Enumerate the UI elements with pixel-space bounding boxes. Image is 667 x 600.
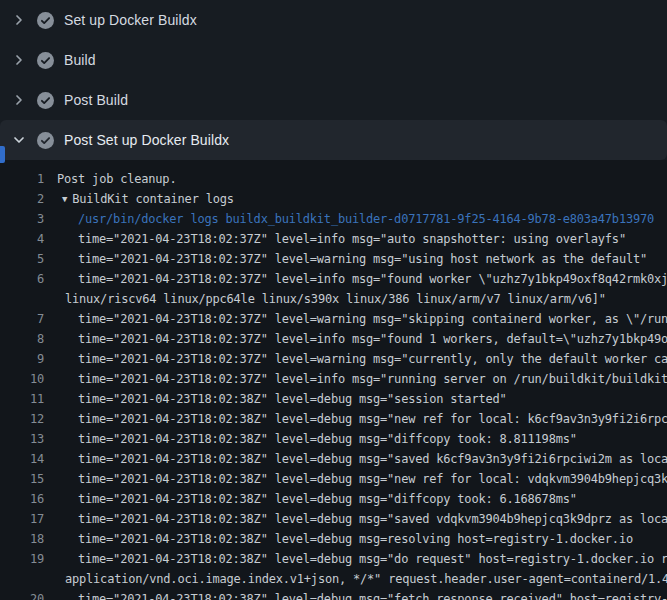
chevron-right-icon[interactable]	[11, 12, 27, 28]
log-line: 18time="2021-04-23T18:02:38Z" level=debu…	[0, 529, 667, 549]
log-line-text: Post job cleanup.	[44, 169, 176, 189]
log-line-number[interactable]: 20	[0, 589, 44, 600]
log-line: 9time="2021-04-23T18:02:37Z" level=warni…	[0, 349, 667, 369]
chevron-down-icon[interactable]	[11, 132, 27, 148]
log-line-text: time="2021-04-23T18:02:38Z" level=debug …	[44, 449, 667, 469]
log-line-number[interactable]: 13	[0, 429, 44, 449]
step-row-post-set-up-docker-buildx[interactable]: Post Set up Docker Buildx	[0, 120, 667, 160]
check-circle-icon	[37, 132, 54, 149]
log-line: 12time="2021-04-23T18:02:38Z" level=debu…	[0, 409, 667, 429]
log-line: application/vnd.oci.image.index.v1+json,…	[0, 569, 667, 589]
log-line: 13time="2021-04-23T18:02:38Z" level=debu…	[0, 429, 667, 449]
log-line-number[interactable]: 16	[0, 489, 44, 509]
log-line: 14time="2021-04-23T18:02:38Z" level=debu…	[0, 449, 667, 469]
log-line-number[interactable]: 14	[0, 449, 44, 469]
workflow-log-viewer: Set up Docker Buildx Build Post Build	[0, 0, 667, 600]
log-line-number[interactable]: 1	[0, 169, 44, 189]
log-command-text: /usr/bin/docker logs buildx_buildkit_bui…	[44, 209, 654, 229]
check-circle-icon	[37, 92, 54, 109]
scroll-position-indicator	[0, 146, 5, 163]
log-line-number[interactable]: 8	[0, 329, 44, 349]
step-label: Post Set up Docker Buildx	[64, 132, 229, 148]
log-line-number[interactable]: 5	[0, 249, 44, 269]
log-line-number[interactable]: 19	[0, 549, 44, 569]
log-line-text: ▼BuildKit container logs	[44, 189, 234, 209]
log-line: 6time="2021-04-23T18:02:37Z" level=info …	[0, 269, 667, 289]
log-line-text: time="2021-04-23T18:02:37Z" level=info m…	[44, 329, 667, 349]
log-line-text: time="2021-04-23T18:02:37Z" level=warnin…	[44, 249, 647, 269]
log-line-number[interactable]: 10	[0, 369, 44, 389]
log-line-text: time="2021-04-23T18:02:38Z" level=debug …	[44, 389, 507, 409]
log-line-text: time="2021-04-23T18:02:38Z" level=debug …	[44, 489, 577, 509]
check-circle-icon	[37, 52, 54, 69]
check-circle-icon	[37, 12, 54, 29]
log-line: 7time="2021-04-23T18:02:37Z" level=warni…	[0, 309, 667, 329]
log-line-text: time="2021-04-23T18:02:38Z" level=debug …	[44, 429, 577, 449]
log-line-text: application/vnd.oci.image.index.v1+json,…	[44, 569, 667, 589]
log-line-text: time="2021-04-23T18:02:38Z" level=debug …	[44, 509, 667, 529]
log-line-text: time="2021-04-23T18:02:37Z" level=info m…	[44, 229, 626, 249]
log-line-number	[0, 569, 44, 589]
step-row-build[interactable]: Build	[0, 40, 667, 80]
log-line-number[interactable]: 15	[0, 469, 44, 489]
log-line: 2▼BuildKit container logs	[0, 189, 667, 209]
log-line-number[interactable]: 6	[0, 269, 44, 289]
log-line: 8time="2021-04-23T18:02:37Z" level=info …	[0, 329, 667, 349]
step-label: Build	[64, 52, 96, 68]
log-line-number[interactable]: 18	[0, 529, 44, 549]
log-line-text: time="2021-04-23T18:02:38Z" level=debug …	[44, 589, 667, 600]
log-line-number[interactable]: 4	[0, 229, 44, 249]
chevron-right-icon[interactable]	[11, 52, 27, 68]
step-label: Post Build	[64, 92, 128, 108]
log-line-number[interactable]: 12	[0, 409, 44, 429]
log-line-text: time="2021-04-23T18:02:38Z" level=debug …	[44, 409, 667, 429]
log-line: 16time="2021-04-23T18:02:38Z" level=debu…	[0, 489, 667, 509]
log-line: linux/riscv64 linux/ppc64le linux/s390x …	[0, 289, 667, 309]
step-list: Set up Docker Buildx Build Post Build	[0, 0, 667, 160]
log-line-text: time="2021-04-23T18:02:38Z" level=debug …	[44, 549, 667, 569]
log-line-number[interactable]: 17	[0, 509, 44, 529]
log-line-number	[0, 289, 44, 309]
log-line: 19time="2021-04-23T18:02:38Z" level=debu…	[0, 549, 667, 569]
log-line: 15time="2021-04-23T18:02:38Z" level=debu…	[0, 469, 667, 489]
chevron-right-icon[interactable]	[11, 92, 27, 108]
log-line-text: time="2021-04-23T18:02:37Z" level=info m…	[44, 369, 667, 389]
log-line-text: time="2021-04-23T18:02:37Z" level=warnin…	[44, 309, 667, 329]
log-line: 4time="2021-04-23T18:02:37Z" level=info …	[0, 229, 667, 249]
log-line: 11time="2021-04-23T18:02:38Z" level=debu…	[0, 389, 667, 409]
log-line: 20time="2021-04-23T18:02:38Z" level=debu…	[0, 589, 667, 600]
log-line: 10time="2021-04-23T18:02:37Z" level=info…	[0, 369, 667, 389]
expander-triangle-icon[interactable]: ▼	[62, 189, 67, 209]
log-line: 1Post job cleanup.	[0, 169, 667, 189]
log-line-text: time="2021-04-23T18:02:37Z" level=warnin…	[44, 349, 667, 369]
step-row-post-build[interactable]: Post Build	[0, 80, 667, 120]
log-line-text: time="2021-04-23T18:02:38Z" level=debug …	[44, 469, 667, 489]
log-line-number[interactable]: 9	[0, 349, 44, 369]
log-line-number[interactable]: 3	[0, 209, 44, 229]
log-line-number[interactable]: 2	[0, 189, 44, 209]
log-line-number[interactable]: 7	[0, 309, 44, 329]
log-line: 5time="2021-04-23T18:02:37Z" level=warni…	[0, 249, 667, 269]
log-viewer[interactable]: 1Post job cleanup.2▼BuildKit container l…	[0, 160, 667, 600]
log-line-number[interactable]: 11	[0, 389, 44, 409]
log-line-text: time="2021-04-23T18:02:37Z" level=info m…	[44, 269, 667, 289]
log-line: 3/usr/bin/docker logs buildx_buildkit_bu…	[0, 209, 667, 229]
log-line-text: linux/riscv64 linux/ppc64le linux/s390x …	[44, 289, 606, 309]
step-row-set-up-docker-buildx[interactable]: Set up Docker Buildx	[0, 0, 667, 40]
step-label: Set up Docker Buildx	[64, 12, 197, 28]
log-line: 17time="2021-04-23T18:02:38Z" level=debu…	[0, 509, 667, 529]
log-line-text: time="2021-04-23T18:02:38Z" level=debug …	[44, 529, 633, 549]
